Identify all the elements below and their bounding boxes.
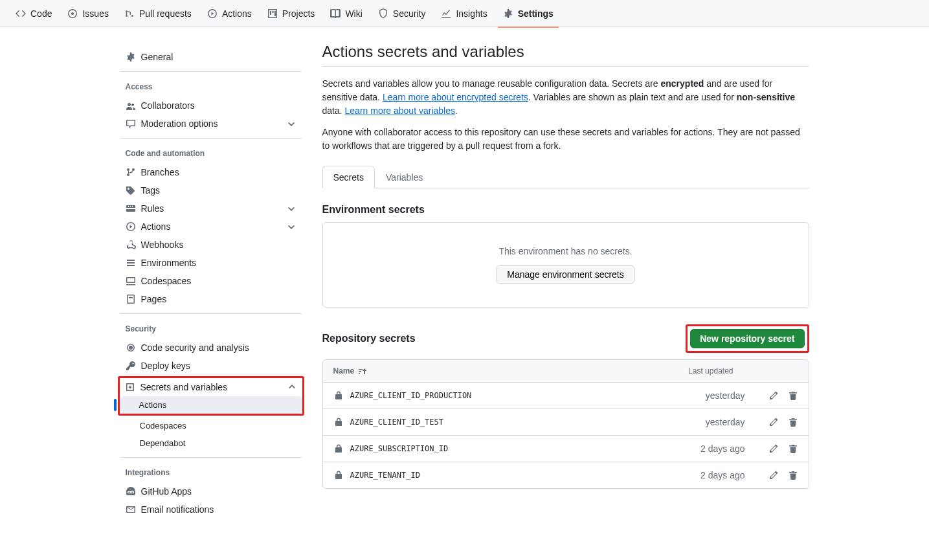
secrets-table: Name Last updated AZURE_CLIENT_ID_PRODUC…: [322, 359, 809, 489]
tag-icon: [126, 185, 136, 196]
repo-tabs: Code Issues Pull requests Actions Projec…: [0, 0, 929, 27]
edit-icon[interactable]: [768, 470, 779, 480]
sidebar-label: Moderation options: [141, 118, 218, 129]
tab-secrets[interactable]: Secrets: [322, 166, 375, 188]
secret-updated: 2 days ago: [700, 470, 745, 480]
tab-actions[interactable]: Actions: [202, 0, 257, 27]
edit-icon[interactable]: [768, 417, 779, 427]
sidebar-secrets-and-variables[interactable]: Secrets and variables: [120, 378, 302, 396]
sidebar-secrets-codespaces[interactable]: Codespaces: [120, 417, 302, 434]
project-icon: [267, 8, 278, 19]
tab-variables[interactable]: Variables: [375, 166, 434, 188]
sidebar-secrets-dependabot[interactable]: Dependabot: [120, 434, 302, 452]
edit-icon[interactable]: [768, 443, 779, 454]
play-icon: [126, 221, 136, 232]
ruler-icon: [126, 203, 136, 214]
highlight-new-secret: New repository secret: [686, 324, 809, 353]
delete-icon[interactable]: [788, 417, 798, 427]
sidebar-codespaces[interactable]: Codespaces: [120, 272, 302, 290]
sort-icon[interactable]: [357, 366, 367, 376]
tab-label: Insights: [456, 8, 487, 19]
tab-label: Settings: [518, 8, 554, 19]
page-icon: [126, 294, 136, 304]
sidebar-heading-access: Access: [120, 77, 302, 96]
lock-icon: [333, 417, 344, 427]
lock-icon: [333, 390, 344, 401]
text: data.: [322, 106, 345, 116]
tab-wiki[interactable]: Wiki: [325, 0, 367, 27]
intro-paragraph-2: Anyone with collaborator access to this …: [322, 126, 809, 153]
sidebar-rules[interactable]: Rules: [120, 199, 302, 218]
environment-secrets-panel: This environment has no secrets. Manage …: [322, 222, 809, 308]
webhook-icon: [126, 240, 136, 250]
edit-icon[interactable]: [768, 390, 779, 401]
sidebar-tags[interactable]: Tags: [120, 181, 302, 199]
manage-environment-secrets-button[interactable]: Manage environment secrets: [496, 265, 635, 284]
delete-icon[interactable]: [788, 390, 798, 401]
text-bold: encrypted: [660, 78, 704, 89]
sidebar-heading-security: Security: [120, 319, 302, 339]
table-row: AZURE_SUBSCRIPTION_ID2 days ago: [323, 436, 809, 462]
lock-icon: [333, 470, 344, 480]
sidebar-label: Secrets and variables: [140, 382, 228, 392]
secret-updated: 2 days ago: [700, 443, 745, 454]
link-learn-variables[interactable]: Learn more about variables: [345, 106, 455, 116]
tab-issues[interactable]: Issues: [62, 0, 113, 27]
sidebar-label: Collaborators: [141, 100, 195, 111]
sidebar-github-apps[interactable]: GitHub Apps: [120, 482, 302, 500]
sidebar-moderation[interactable]: Moderation options: [120, 115, 302, 133]
pr-icon: [124, 8, 135, 19]
sidebar-secrets-actions[interactable]: Actions: [120, 396, 302, 414]
play-icon: [207, 8, 218, 19]
sidebar-deploy-keys[interactable]: Deploy keys: [120, 357, 302, 375]
tab-pull-requests[interactable]: Pull requests: [119, 0, 197, 27]
tab-projects[interactable]: Projects: [262, 0, 320, 27]
tab-label: Projects: [282, 8, 315, 19]
gear-icon: [503, 8, 513, 19]
secret-name: AZURE_TENANT_ID: [350, 471, 420, 480]
link-learn-secrets[interactable]: Learn more about encrypted secrets: [383, 92, 528, 102]
environment-empty-text: This environment has no secrets.: [333, 246, 798, 256]
col-name[interactable]: Name: [333, 366, 355, 375]
gear-icon: [126, 52, 136, 62]
secret-updated: yesterday: [706, 390, 745, 401]
tab-settings[interactable]: Settings: [498, 0, 559, 27]
sidebar-label: GitHub Apps: [141, 486, 192, 497]
sidebar-collaborators[interactable]: Collaborators: [120, 96, 302, 115]
sidebar-code-security[interactable]: Code security and analysis: [120, 339, 302, 357]
table-row: AZURE_TENANT_ID2 days ago: [323, 462, 809, 488]
delete-icon[interactable]: [788, 443, 798, 454]
sidebar-label: Deploy keys: [141, 361, 190, 371]
sidebar-label: Code security and analysis: [141, 342, 249, 353]
delete-icon[interactable]: [788, 470, 798, 480]
sidebar-general[interactable]: General: [120, 48, 302, 66]
sidebar-label: Webhooks: [141, 240, 184, 250]
text: Secrets and variables allow you to manag…: [322, 78, 661, 89]
secret-name: AZURE_CLIENT_ID_PRODUCTION: [350, 391, 472, 400]
sidebar-label: Environments: [141, 258, 197, 268]
sidebar-branches[interactable]: Branches: [120, 163, 302, 181]
sidebar-environments[interactable]: Environments: [120, 254, 302, 272]
text-bold: non-sensitive: [737, 92, 795, 102]
sidebar-label: Branches: [141, 167, 179, 177]
people-icon: [126, 100, 136, 111]
tab-insights[interactable]: Insights: [436, 0, 492, 27]
new-repository-secret-button[interactable]: New repository secret: [690, 329, 804, 348]
sidebar-actions[interactable]: Actions: [120, 218, 302, 236]
environment-secrets-heading: Environment secrets: [322, 204, 809, 216]
sidebar-label: Rules: [141, 203, 164, 214]
tab-code[interactable]: Code: [10, 0, 57, 27]
sidebar-webhooks[interactable]: Webhooks: [120, 236, 302, 254]
hubot-icon: [126, 486, 136, 497]
tab-label: Pull requests: [139, 8, 192, 19]
sidebar-pages[interactable]: Pages: [120, 290, 302, 308]
chevron-up-icon: [287, 382, 297, 392]
sidebar-label: Actions: [141, 221, 171, 232]
text: . Variables are shown as plain text and …: [528, 92, 737, 102]
tab-security[interactable]: Security: [373, 0, 431, 27]
page-title: Actions secrets and variables: [322, 43, 809, 61]
sidebar-email-notifications[interactable]: Email notifications: [120, 500, 302, 519]
chevron-down-icon: [286, 118, 297, 129]
secrets-variables-tabs: Secrets Variables: [322, 166, 809, 188]
settings-sidebar: General Access Collaborators Moderation …: [115, 43, 307, 524]
